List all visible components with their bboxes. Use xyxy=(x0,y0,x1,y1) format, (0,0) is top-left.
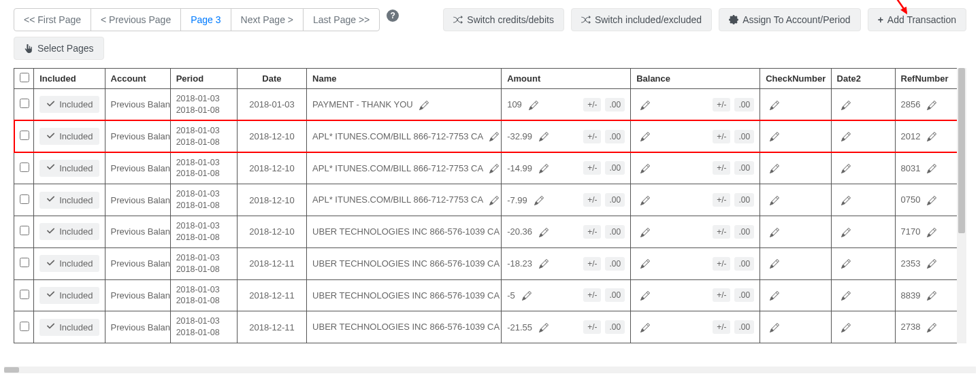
included-badge[interactable]: Included xyxy=(39,319,99,336)
decimal-badge[interactable]: .00 xyxy=(605,288,625,302)
plus-minus-toggle[interactable]: +/- xyxy=(583,225,601,239)
edit-icon[interactable] xyxy=(841,290,851,301)
edit-icon[interactable] xyxy=(927,258,936,269)
edit-icon[interactable] xyxy=(489,194,499,205)
edit-icon[interactable] xyxy=(770,226,779,237)
first-page-button[interactable]: << First Page xyxy=(14,8,91,31)
edit-icon[interactable] xyxy=(841,194,851,205)
edit-icon[interactable] xyxy=(927,131,936,142)
vertical-scrollbar-thumb[interactable] xyxy=(958,68,965,233)
plus-minus-toggle[interactable]: +/- xyxy=(583,320,601,334)
edit-icon[interactable] xyxy=(539,258,549,269)
included-badge[interactable]: Included xyxy=(39,160,99,177)
edit-icon[interactable] xyxy=(927,290,936,301)
plus-minus-toggle[interactable]: +/- xyxy=(583,130,601,143)
row-checkbox[interactable] xyxy=(20,258,29,267)
plus-minus-toggle[interactable]: +/- xyxy=(583,193,601,207)
edit-icon[interactable] xyxy=(640,258,650,269)
select-all-checkbox[interactable] xyxy=(20,73,29,82)
vertical-scrollbar[interactable] xyxy=(957,68,966,343)
plus-minus-toggle[interactable]: +/- xyxy=(713,288,730,302)
plus-minus-toggle[interactable]: +/- xyxy=(713,193,730,207)
header-period[interactable]: Period xyxy=(170,69,237,89)
header-included[interactable]: Included xyxy=(34,69,105,89)
edit-icon[interactable] xyxy=(927,194,936,205)
included-badge[interactable]: Included xyxy=(39,128,99,145)
edit-icon[interactable] xyxy=(640,290,650,301)
switch-credits-debits-button[interactable]: Switch credits/debits xyxy=(443,8,564,31)
edit-icon[interactable] xyxy=(539,131,549,142)
plus-minus-toggle[interactable]: +/- xyxy=(583,98,601,112)
header-date2[interactable]: Date2 xyxy=(831,69,895,89)
edit-icon[interactable] xyxy=(522,290,532,301)
edit-icon[interactable] xyxy=(640,194,650,205)
row-checkbox[interactable] xyxy=(20,290,29,299)
edit-icon[interactable] xyxy=(640,163,650,174)
edit-icon[interactable] xyxy=(539,226,549,237)
header-balance[interactable]: Balance xyxy=(631,69,760,89)
included-badge[interactable]: Included xyxy=(39,287,99,304)
included-badge[interactable]: Included xyxy=(39,192,99,209)
edit-icon[interactable] xyxy=(770,163,779,174)
plus-minus-toggle[interactable]: +/- xyxy=(583,288,601,302)
plus-minus-toggle[interactable]: +/- xyxy=(713,257,730,271)
header-name[interactable]: Name xyxy=(307,69,502,89)
plus-minus-toggle[interactable]: +/- xyxy=(713,130,730,143)
plus-minus-toggle[interactable]: +/- xyxy=(713,225,730,239)
current-page-button[interactable]: Page 3 xyxy=(180,8,231,31)
edit-icon[interactable] xyxy=(640,99,650,110)
decimal-badge[interactable]: .00 xyxy=(734,320,754,334)
edit-icon[interactable] xyxy=(841,322,851,332)
header-amount[interactable]: Amount xyxy=(502,69,631,89)
edit-icon[interactable] xyxy=(770,322,779,332)
row-checkbox[interactable] xyxy=(20,322,29,331)
row-checkbox[interactable] xyxy=(20,99,29,108)
row-checkbox[interactable] xyxy=(20,163,29,172)
edit-icon[interactable] xyxy=(529,99,538,110)
previous-page-button[interactable]: < Previous Page xyxy=(91,8,181,31)
plus-minus-toggle[interactable]: +/- xyxy=(713,161,730,175)
plus-minus-toggle[interactable]: +/- xyxy=(583,257,601,271)
assign-account-period-button[interactable]: Assign To Account/Period xyxy=(719,8,861,31)
switch-included-excluded-button[interactable]: Switch included/excluded xyxy=(571,8,712,31)
edit-icon[interactable] xyxy=(927,322,936,332)
decimal-badge[interactable]: .00 xyxy=(734,257,754,271)
edit-icon[interactable] xyxy=(539,163,549,174)
last-page-button[interactable]: Last Page >> xyxy=(303,8,380,31)
header-ref-number[interactable]: RefNumber xyxy=(895,69,966,89)
next-page-button[interactable]: Next Page > xyxy=(231,8,304,31)
plus-minus-toggle[interactable]: +/- xyxy=(713,320,730,334)
decimal-badge[interactable]: .00 xyxy=(734,193,754,207)
edit-icon[interactable] xyxy=(640,226,650,237)
decimal-badge[interactable]: .00 xyxy=(605,161,625,175)
edit-icon[interactable] xyxy=(539,322,549,332)
select-pages-button[interactable]: Select Pages xyxy=(14,37,104,60)
decimal-badge[interactable]: .00 xyxy=(605,257,625,271)
edit-icon[interactable] xyxy=(927,226,936,237)
decimal-badge[interactable]: .00 xyxy=(605,193,625,207)
edit-icon[interactable] xyxy=(927,99,936,110)
header-date[interactable]: Date xyxy=(237,69,306,89)
decimal-badge[interactable]: .00 xyxy=(605,320,625,334)
edit-icon[interactable] xyxy=(419,99,429,110)
decimal-badge[interactable]: .00 xyxy=(734,98,754,112)
included-badge[interactable]: Included xyxy=(39,255,99,272)
help-icon[interactable]: ? xyxy=(387,10,399,22)
edit-icon[interactable] xyxy=(489,163,499,174)
edit-icon[interactable] xyxy=(489,131,499,142)
header-account[interactable]: Account xyxy=(105,69,170,89)
edit-icon[interactable] xyxy=(841,99,851,110)
edit-icon[interactable] xyxy=(770,258,779,269)
edit-icon[interactable] xyxy=(841,226,851,237)
edit-icon[interactable] xyxy=(770,131,779,142)
edit-icon[interactable] xyxy=(927,163,936,174)
edit-icon[interactable] xyxy=(534,194,544,205)
decimal-badge[interactable]: .00 xyxy=(734,130,754,143)
edit-icon[interactable] xyxy=(770,99,779,110)
decimal-badge[interactable]: .00 xyxy=(605,225,625,239)
add-transaction-button[interactable]: + Add Transaction xyxy=(868,8,966,31)
decimal-badge[interactable]: .00 xyxy=(734,225,754,239)
edit-icon[interactable] xyxy=(640,322,650,332)
row-checkbox[interactable] xyxy=(20,194,29,204)
included-badge[interactable]: Included xyxy=(39,96,99,113)
